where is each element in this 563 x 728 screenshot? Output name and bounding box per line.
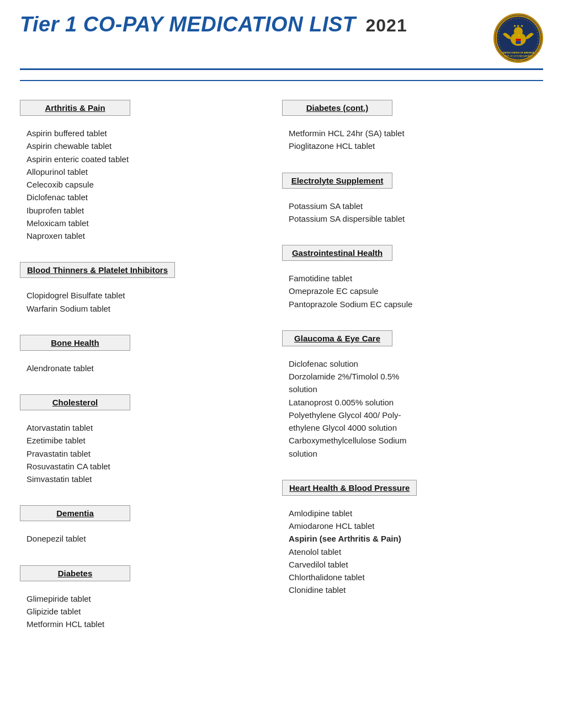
section-bone-health-header-wrap: Bone Health <box>20 325 260 356</box>
list-item bold-item: Aspirin (see Arthritis & Pain) <box>289 532 543 545</box>
list-item: Rosuvastatin CA tablet <box>26 460 260 473</box>
svg-text:★ ★ ★: ★ ★ ★ <box>513 24 523 28</box>
list-item: Pravastatin tablet <box>26 447 260 460</box>
page-title: Tier 1 CO-PAY MEDICATION LIST <box>20 13 356 36</box>
list-item: Aspirin buffered tablet <box>26 127 260 140</box>
list-item: Dorzolamide 2%/Timolol 0.5% <box>289 370 543 383</box>
diabetes-list: Glimepiride tablet Glipizide tablet Metf… <box>20 592 260 631</box>
section-dementia-header: Dementia <box>20 505 130 521</box>
section-diabetes-cont-label: Diabetes (cont.) <box>306 103 369 113</box>
section-glaucoma-header-wrap: Glaucoma & Eye Care <box>282 320 543 352</box>
list-item: Chlorthalidone tablet <box>289 571 543 584</box>
list-item: Diclofenac tablet <box>26 191 260 204</box>
list-item: Omeprazole EC capsule <box>289 285 543 297</box>
section-diabetes-cont-header-wrap: Diabetes (cont.) <box>282 90 543 121</box>
list-item: Aspirin chewable tablet <box>26 140 260 152</box>
list-item: Warfarin Sodium tablet <box>26 302 260 315</box>
cholesterol-list: Atorvastatin tablet Ezetimibe tablet Pra… <box>20 421 260 485</box>
dementia-list: Donepezil tablet <box>20 532 260 545</box>
main-content: Arthritis & Pain Aspirin buffered tablet… <box>20 90 543 635</box>
list-item: Famotidine tablet <box>289 272 543 285</box>
seal-svg: ★ ★ ★ UNITED STATES OF AMERICA DEPT. OF … <box>495 15 541 61</box>
list-item: Amiodarone HCL tablet <box>289 520 543 532</box>
list-item: Latanoprost 0.005% solution <box>289 396 543 409</box>
section-dementia-header-wrap: Dementia <box>20 495 260 527</box>
section-cholesterol-header-wrap: Cholesterol <box>20 384 260 416</box>
header-title-group: Tier 1 CO-PAY MEDICATION LIST 2021 <box>20 13 482 36</box>
section-arthritis-pain-header-wrap: Arthritis & Pain <box>20 90 260 121</box>
section-diabetes-cont-header: Diabetes (cont.) <box>282 100 392 116</box>
section-arthritis-pain-header: Arthritis & Pain <box>20 100 130 116</box>
section-diabetes-label: Diabetes <box>58 569 93 578</box>
section-blood-thinners-header-wrap: Blood Thinners & Platelet Inhibitors <box>20 252 260 283</box>
list-item indent: ethylene Glycol 4000 solution <box>289 421 543 434</box>
heart-health-list: Amlodipine tablet Amiodarone HCL tablet … <box>282 507 543 597</box>
department-seal: ★ ★ ★ UNITED STATES OF AMERICA DEPT. OF … <box>493 13 543 63</box>
list-item: Glimepiride tablet <box>26 592 260 605</box>
list-item: Potassium SA dispersible tablet <box>289 212 543 225</box>
svg-text:DEPT. OF VETERANS AFFAIRS: DEPT. OF VETERANS AFFAIRS <box>504 55 533 57</box>
section-gi-label: Gastrointestinal Health <box>292 248 383 258</box>
list-item: Ibuprofen tablet <box>26 204 260 217</box>
list-item: Carvedilol tablet <box>289 558 543 571</box>
list-item: Potassium SA tablet <box>289 200 543 212</box>
list-item: Celecoxib capsule <box>26 178 260 191</box>
right-column: Diabetes (cont.) Metformin HCL 24hr (SA)… <box>271 90 543 635</box>
header: Tier 1 CO-PAY MEDICATION LIST 2021 <box>20 13 543 70</box>
arthritis-pain-list: Aspirin buffered tablet Aspirin chewable… <box>20 127 260 242</box>
list-item: Ezetimibe tablet <box>26 434 260 447</box>
list-item: Atorvastatin tablet <box>26 421 260 434</box>
section-electrolyte-header-wrap: Electrolyte Supplement <box>282 163 543 194</box>
list-item: Atenolol tablet <box>289 545 543 558</box>
list-item: Simvastatin tablet <box>26 473 260 485</box>
svg-text:UNITED STATES OF AMERICA: UNITED STATES OF AMERICA <box>502 51 534 54</box>
section-arthritis-pain-label: Arthritis & Pain <box>45 103 105 113</box>
list-item: Metformin HCL tablet <box>26 618 260 630</box>
seal-circle: ★ ★ ★ UNITED STATES OF AMERICA DEPT. OF … <box>493 13 543 63</box>
list-item: Glipizide tablet <box>26 605 260 618</box>
svg-rect-6 <box>516 39 521 41</box>
list-item: Donepezil tablet <box>26 532 260 545</box>
section-heart-health-label: Heart Health & Blood Pressure <box>289 483 410 493</box>
section-bone-health-header: Bone Health <box>20 335 130 351</box>
section-cholesterol-header: Cholesterol <box>20 394 130 410</box>
section-diabetes-header-wrap: Diabetes <box>20 555 260 587</box>
page: Tier 1 CO-PAY MEDICATION LIST 2021 <box>0 0 563 728</box>
list-item: Aspirin enteric coated tablet <box>26 153 260 165</box>
section-gi-header: Gastrointestinal Health <box>282 245 392 261</box>
list-item: Clopidogrel Bisulfate tablet <box>26 289 260 302</box>
list-item: Pantoprazole Sodium EC capsule <box>289 298 543 311</box>
section-gi-header-wrap: Gastrointestinal Health <box>282 235 543 266</box>
list-item: Clonidine tablet <box>289 584 543 596</box>
section-diabetes-header: Diabetes <box>20 565 130 581</box>
diabetes-cont-list: Metformin HCL 24hr (SA) tablet Pioglitaz… <box>282 127 543 153</box>
list-item: Polyethylene Glycol 400/ Poly- <box>289 409 543 421</box>
list-item: Alendronate tablet <box>26 362 260 374</box>
list-item: Metformin HCL 24hr (SA) tablet <box>289 127 543 140</box>
blood-thinners-list: Clopidogrel Bisulfate tablet Warfarin So… <box>20 289 260 315</box>
left-column: Arthritis & Pain Aspirin buffered tablet… <box>20 90 271 635</box>
section-heart-health-header: Heart Health & Blood Pressure <box>282 480 417 496</box>
header-year: 2021 <box>366 15 407 36</box>
list-item: Carboxymethylcellulose Sodium <box>289 434 543 447</box>
section-heart-health-header-wrap: Heart Health & Blood Pressure <box>282 470 543 501</box>
bone-health-list: Alendronate tablet <box>20 362 260 374</box>
list-item indent: solution <box>289 447 543 460</box>
list-item: Naproxen tablet <box>26 229 260 242</box>
list-item: Meloxicam tablet <box>26 217 260 229</box>
list-item: Allopurinol tablet <box>26 165 260 178</box>
gi-list: Famotidine tablet Omeprazole EC capsule … <box>282 272 543 311</box>
list-item: Amlodipine tablet <box>289 507 543 520</box>
section-electrolyte-label: Electrolyte Supplement <box>291 176 384 185</box>
section-dementia-label: Dementia <box>56 508 94 518</box>
section-electrolyte-header: Electrolyte Supplement <box>282 173 392 189</box>
section-blood-thinners-header: Blood Thinners & Platelet Inhibitors <box>20 262 175 278</box>
header-divider <box>20 80 543 81</box>
glaucoma-list: Diclofenac solution Dorzolamide 2%/Timol… <box>282 357 543 460</box>
section-cholesterol-label: Cholesterol <box>52 398 98 407</box>
list-item: Pioglitazone HCL tablet <box>289 140 543 152</box>
list-item: Diclofenac solution <box>289 357 543 370</box>
list-item indent: solution <box>289 383 543 395</box>
electrolyte-list: Potassium SA tablet Potassium SA dispers… <box>282 200 543 226</box>
section-glaucoma-label: Glaucoma & Eye Care <box>294 334 380 343</box>
